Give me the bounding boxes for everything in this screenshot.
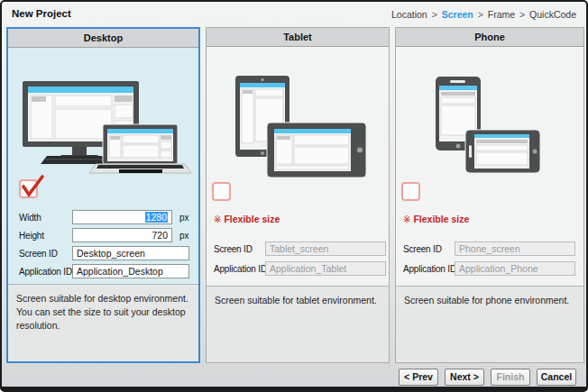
phone-screen-id-input: Phone_screen [455, 242, 575, 256]
desktop-description-line: You can set the size to suit your deskto… [16, 305, 190, 333]
phone-application-id-label: Application ID [403, 262, 456, 277]
breadcrumb-item-1[interactable]: Screen [442, 9, 473, 20]
phone-illustration [396, 50, 585, 216]
phone-description: Screen suitable for phone environment. [396, 286, 583, 362]
breadcrumb-item-0[interactable]: Location [391, 9, 427, 20]
height-label: Height [19, 229, 44, 243]
desktop-screen-id-label: Screen ID [19, 247, 58, 261]
tablet-screen-id-input: Tablet_screen [265, 242, 386, 256]
flexible-size-label: Flexible size [224, 214, 280, 224]
phone-select-checkbox[interactable] [401, 182, 420, 201]
tablet-description: Screen suitable for tablet environment. [207, 286, 389, 362]
tablet-illustration [207, 50, 390, 216]
phone-description-line: Screen suitable for phone environment. [404, 294, 575, 307]
next-button[interactable]: Next > [445, 369, 484, 386]
desktop-description: Screen suitable for desktop environment.… [8, 284, 198, 361]
flexible-size-label: Flexible size [413, 214, 469, 224]
prev-button[interactable]: < Prev [399, 369, 438, 386]
width-unit-label: px [179, 211, 189, 225]
breadcrumb-item-3[interactable]: QuickCode [529, 9, 576, 20]
panel-tablet-title: Tablet [207, 28, 389, 47]
breadcrumb-item-2[interactable]: Frame [488, 9, 515, 20]
finish-button: Finish [491, 369, 530, 386]
panel-phone-title: Phone [396, 28, 583, 47]
desktop-application-id-input[interactable]: Application_Desktop [72, 264, 189, 278]
tablet-application-id-label: Application ID [214, 262, 267, 277]
breadcrumb: Location > Screen > Frame > QuickCode [391, 9, 576, 20]
width-value-selected: 1280 [145, 212, 168, 223]
asterisk-icon: ※ [214, 214, 221, 224]
desktop-select-checkbox[interactable] [19, 179, 38, 198]
new-project-dialog: New Project Location > Screen > Frame > … [0, 0, 588, 392]
cancel-button[interactable]: Cancel [537, 369, 576, 386]
phone-flexible-size-note: ※Flexible size [403, 214, 469, 224]
breadcrumb-separator: > [478, 9, 483, 20]
tablet-description-line: Screen suitable for tablet environment. [215, 294, 381, 307]
panel-desktop-title: Desktop [8, 29, 198, 48]
asterisk-icon: ※ [403, 214, 410, 224]
tablet-screen-id-label: Screen ID [214, 242, 253, 257]
tablet-flexible-size-note: ※Flexible size [214, 214, 280, 224]
breadcrumb-separator: > [519, 9, 525, 20]
phone-screen-id-label: Screen ID [403, 242, 442, 257]
tablet-application-id-input: Application_Tablet [265, 261, 386, 276]
desktop-illustration [13, 54, 198, 180]
tablet-select-checkbox[interactable] [212, 182, 231, 201]
desktop-description-line: Screen suitable for desktop environment. [16, 292, 190, 305]
panel-phone[interactable]: Phone ※Flexible size [395, 27, 584, 363]
breadcrumb-separator: > [432, 9, 437, 20]
width-input[interactable]: 1280 [72, 210, 172, 224]
panel-desktop[interactable]: Desktop [6, 27, 200, 363]
desktop-screen-id-input[interactable]: Desktop_screen [72, 246, 189, 260]
dialog-title: New Project [12, 8, 71, 19]
height-input[interactable]: 720 [72, 228, 172, 242]
desktop-application-id-label: Application ID [19, 265, 72, 279]
height-unit-label: px [179, 229, 189, 243]
phone-application-id-input: Application_Phone [455, 261, 575, 276]
checkmark-icon [20, 173, 45, 199]
panel-tablet[interactable]: Tablet ※Flexible [206, 27, 390, 363]
width-label: Width [19, 211, 41, 225]
